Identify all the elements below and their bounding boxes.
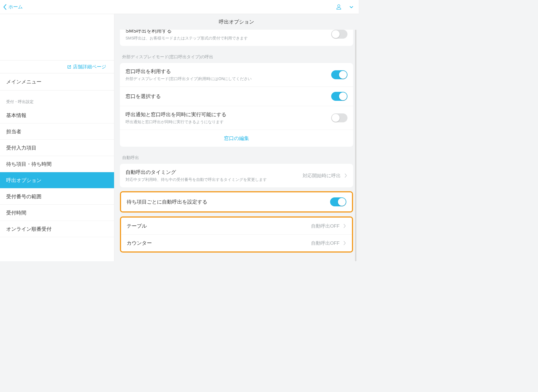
sidebar-item-online-queue[interactable]: オンライン順番受付 bbox=[0, 221, 114, 237]
sidebar-item-label: 受付時間 bbox=[6, 209, 26, 216]
sidebar-item-label: 受付番号の範囲 bbox=[6, 193, 41, 200]
auto-timing-value: 対応開始時に呼出 bbox=[303, 172, 341, 179]
auto-item-name: テーブル bbox=[127, 223, 311, 229]
chevron-right-icon bbox=[343, 241, 346, 246]
sidebar-item-label: 受付入力項目 bbox=[6, 144, 36, 151]
auto-timing-card: 自動呼出のタイミング 対応中タブ利用時、待ち中の受付番号を自動で呼出するタイミン… bbox=[120, 164, 353, 187]
sms-card: SMS呼出を利用する SMS呼出は、お客様モードまたはステップ形式の受付で利用で… bbox=[120, 30, 353, 46]
chevron-down-icon[interactable] bbox=[349, 5, 354, 9]
use-window-desc: 外部ディスプレイモード(窓口呼出タイプ)利用時にはONにしてください bbox=[126, 76, 331, 81]
row-auto-item-table[interactable]: テーブル 自動呼出OFF bbox=[121, 218, 352, 235]
sidebar-item-label: オンライン順番受付 bbox=[6, 226, 52, 232]
sms-call-desc: SMS呼出は、お客様モードまたはステップ形式の受付で利用できます bbox=[126, 36, 331, 41]
edit-windows-link: 窓口の編集 bbox=[224, 135, 249, 142]
auto-timing-title: 自動呼出のタイミング bbox=[126, 169, 303, 176]
sidebar-item-staff[interactable]: 担当者 bbox=[0, 123, 114, 140]
toggle-sms-call[interactable] bbox=[331, 30, 347, 39]
highlight-items-list: テーブル 自動呼出OFF カウンター 自動呼出OFF bbox=[120, 216, 353, 253]
simultaneous-title: 呼出通知と窓口呼出を同時に実行可能にする bbox=[126, 111, 331, 118]
section-label-display: 外部ディスプレイモード(窓口呼出タイプ)の呼出 bbox=[120, 46, 353, 63]
main-menu-label: メインメニュー bbox=[6, 78, 41, 85]
row-sms-call[interactable]: SMS呼出を利用する SMS呼出は、お客様モードまたはステップ形式の受付で利用で… bbox=[120, 30, 353, 46]
sidebar: 店舗詳細ページ メインメニュー 受付・呼出設定 基本情報 担当者 受付入力項目 … bbox=[0, 14, 114, 261]
auto-timing-desc: 対応中タブ利用時、待ち中の受付番号を自動で呼出するタイミングを変更します bbox=[126, 177, 303, 182]
sidebar-item-reception-fields[interactable]: 受付入力項目 bbox=[0, 140, 114, 156]
use-window-title: 窓口呼出を利用する bbox=[126, 68, 331, 75]
chevron-right-icon bbox=[343, 223, 346, 228]
sidebar-item-call-options[interactable]: 呼出オプション bbox=[0, 172, 114, 188]
content: 店舗詳細ページ メインメニュー 受付・呼出設定 基本情報 担当者 受付入力項目 … bbox=[0, 14, 359, 261]
toggle-simultaneous[interactable] bbox=[331, 113, 347, 122]
row-select-window[interactable]: 窓口を選択する bbox=[120, 87, 353, 106]
toggle-per-item-auto[interactable] bbox=[330, 197, 346, 206]
external-link-icon bbox=[67, 65, 71, 69]
display-card: 窓口呼出を利用する 外部ディスプレイモード(窓口呼出タイプ)利用時にはONにして… bbox=[120, 63, 353, 147]
sidebar-item-label: 呼出オプション bbox=[6, 177, 41, 184]
store-detail-link[interactable]: 店舗詳細ページ bbox=[0, 60, 114, 73]
sidebar-item-label: 基本情報 bbox=[6, 112, 26, 119]
row-auto-timing[interactable]: 自動呼出のタイミング 対応中タブ利用時、待ち中の受付番号を自動で呼出するタイミン… bbox=[120, 164, 353, 187]
sidebar-item-number-range[interactable]: 受付番号の範囲 bbox=[0, 188, 114, 205]
back-label: ホーム bbox=[8, 4, 23, 10]
row-use-window-call[interactable]: 窓口呼出を利用する 外部ディスプレイモード(窓口呼出タイプ)利用時にはONにして… bbox=[120, 63, 353, 87]
main-menu-link[interactable]: メインメニュー bbox=[0, 73, 114, 90]
row-auto-item-counter[interactable]: カウンター 自動呼出OFF bbox=[121, 235, 352, 251]
simultaneous-desc: 呼出通知と窓口呼出が同時に実行できるようになります bbox=[126, 120, 331, 125]
main-panel: 呼出オプション SMS呼出を利用する SMS呼出は、お客様モードまたはステップ形… bbox=[114, 14, 359, 261]
sidebar-item-reception-hours[interactable]: 受付時間 bbox=[0, 205, 114, 221]
toggle-use-window-call[interactable] bbox=[331, 70, 347, 79]
auto-item-name: カウンター bbox=[127, 240, 311, 246]
per-item-auto-title: 待ち項目ごとに自動呼出を設定する bbox=[127, 199, 330, 205]
user-icon[interactable] bbox=[336, 4, 342, 10]
sidebar-item-label: 待ち項目・待ち時間 bbox=[6, 161, 52, 167]
row-simultaneous[interactable]: 呼出通知と窓口呼出を同時に実行可能にする 呼出通知と窓口呼出が同時に実行できるよ… bbox=[120, 106, 353, 130]
chevron-left-icon bbox=[3, 4, 7, 10]
sms-call-title: SMS呼出を利用する bbox=[126, 30, 331, 34]
row-per-item-auto[interactable]: 待ち項目ごとに自動呼出を設定する bbox=[121, 192, 352, 211]
section-label-auto: 自動呼出 bbox=[120, 147, 353, 164]
sidebar-section-label: 受付・呼出設定 bbox=[0, 90, 114, 107]
back-button[interactable]: ホーム bbox=[3, 4, 23, 10]
top-right-actions bbox=[336, 4, 354, 10]
sidebar-item-basic-info[interactable]: 基本情報 bbox=[0, 107, 114, 123]
sidebar-item-label: 担当者 bbox=[6, 128, 21, 135]
page-title: 呼出オプション bbox=[114, 14, 359, 30]
select-window-title: 窓口を選択する bbox=[126, 93, 331, 100]
top-bar: ホーム bbox=[0, 0, 359, 14]
store-detail-link-label: 店舗詳細ページ bbox=[73, 64, 106, 70]
chevron-right-icon bbox=[344, 173, 347, 178]
row-edit-windows[interactable]: 窓口の編集 bbox=[120, 130, 353, 147]
toggle-select-window[interactable] bbox=[331, 92, 347, 101]
sidebar-item-wait-items[interactable]: 待ち項目・待ち時間 bbox=[0, 156, 114, 172]
auto-item-value: 自動呼出OFF bbox=[311, 240, 340, 246]
highlight-per-item: 待ち項目ごとに自動呼出を設定する bbox=[120, 191, 353, 213]
auto-item-value: 自動呼出OFF bbox=[311, 223, 340, 229]
